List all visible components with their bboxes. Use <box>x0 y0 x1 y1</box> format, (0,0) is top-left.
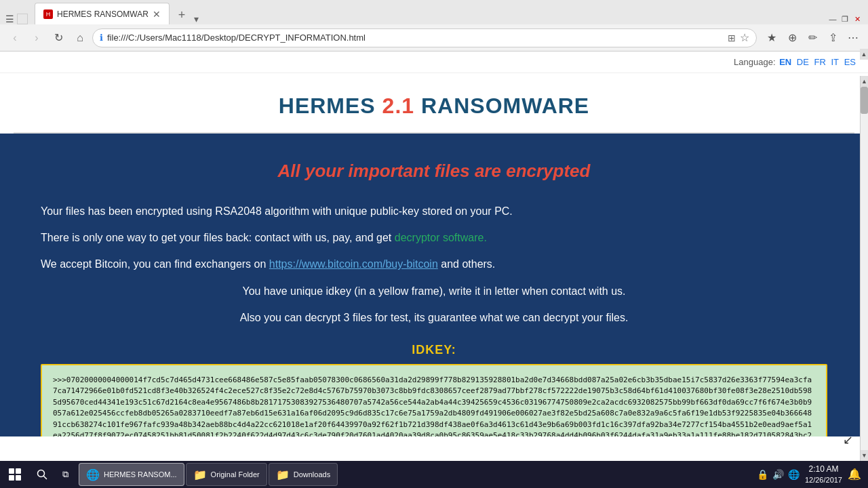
taskbar-downloads-label: Downloads <box>294 470 330 479</box>
back-button[interactable]: ‹ <box>5 28 24 47</box>
reader-view-icon[interactable]: ⊞ <box>728 33 736 43</box>
lang-en[interactable]: EN <box>779 57 791 67</box>
task-view-button[interactable]: ⧉ <box>56 465 75 484</box>
clock[interactable]: 2:10 AM 12/26/2017 <box>805 464 842 485</box>
more-icon[interactable]: ⋯ <box>844 28 863 47</box>
address-bar[interactable]: ℹ ⊞ ☆ <box>92 28 757 47</box>
page-title: HERMES 2.1 RANSOMWARE <box>14 94 854 119</box>
toolbar-icons: ★ ⊕ ✏ ⇪ ⋯ <box>762 28 863 47</box>
reading-icon[interactable]: ✏ <box>803 28 822 47</box>
lang-it[interactable]: IT <box>831 57 839 67</box>
tab-close-button[interactable]: ✕ <box>153 9 161 20</box>
forward-button[interactable]: › <box>27 28 46 47</box>
scrollbar-up[interactable]: ▲ <box>861 76 868 87</box>
taskbar-browser-label: HERMES RANSOM... <box>104 470 177 479</box>
browser-frame: ☰ H HERMES RANSOMWAR ✕ + ▾ — ❐ ✕ ‹ › ↻ ⌂… <box>0 0 868 436</box>
lang-fr[interactable]: FR <box>814 57 826 67</box>
nav-bar: ‹ › ↻ ⌂ ℹ ⊞ ☆ ★ ⊕ ✏ ⇪ ⋯ ▲ <box>0 24 868 52</box>
header-title-part2: RANSOMWARE <box>414 94 589 118</box>
taskbar-folder-label: Original Folder <box>211 470 260 479</box>
tab-title-text: HERMES RANSOMWAR <box>57 9 149 19</box>
window-icon <box>17 14 28 24</box>
minimize-button[interactable]: — <box>827 14 838 24</box>
para2: There is only one way to get your files … <box>41 228 827 247</box>
taskbar-item-folder[interactable]: 📁 Original Folder <box>186 463 267 486</box>
tray-icons: 🔒 🔊 🌐 <box>757 469 800 480</box>
notification-icon[interactable]: 🔔 <box>848 468 861 481</box>
taskbar-downloads-icon: 📁 <box>276 468 290 481</box>
para3: We accept Bitcoin, you can find exchange… <box>41 255 827 273</box>
tab-favicon: H <box>43 9 53 19</box>
bookmark-icon[interactable]: ☆ <box>740 31 749 44</box>
security-tray-icon[interactable]: 🔒 <box>757 469 768 480</box>
favorites-icon[interactable]: ⊕ <box>783 28 802 47</box>
taskbar-items: 🌐 HERMES RANSOM... 📁 Original Folder 📁 D… <box>76 463 750 486</box>
header-title-version: 2.1 <box>382 94 414 118</box>
clock-date: 12/26/2017 <box>805 475 842 485</box>
svg-line-1 <box>44 476 47 479</box>
window-menu-icon[interactable]: ☰ <box>5 14 14 24</box>
idkey-label: IDKEY: <box>41 343 827 357</box>
para4: You have unique idkey (in a yellow frame… <box>41 282 827 300</box>
tab-bar: ☰ H HERMES RANSOMWAR ✕ + ▾ — ❐ ✕ <box>0 0 868 24</box>
security-icon: ℹ <box>100 33 103 43</box>
clock-time: 2:10 AM <box>805 464 842 475</box>
header-title-part1: HERMES <box>279 94 382 118</box>
windows-logo <box>9 468 21 481</box>
scrollbar-up-arrow[interactable]: ▲ <box>860 49 868 60</box>
collections-icon[interactable]: ★ <box>762 28 781 47</box>
header-section: HERMES 2.1 RANSOMWARE <box>0 73 868 132</box>
close-window-button[interactable]: ✕ <box>852 14 863 24</box>
refresh-button[interactable]: ↻ <box>49 28 68 47</box>
decryptor-link[interactable]: decryptor software. <box>395 232 487 243</box>
scrollbar-thumb[interactable] <box>861 87 868 114</box>
lang-de[interactable]: DE <box>797 57 809 67</box>
lang-es[interactable]: ES <box>844 57 856 67</box>
encrypt-title: All your important files are encrypted <box>41 161 827 182</box>
para3-suffix: and others. <box>438 258 496 270</box>
share-icon[interactable]: ⇪ <box>823 28 842 47</box>
page-content: Language: EN DE FR IT ES HERMES 2.1 RANS… <box>0 52 868 436</box>
main-content-area: All your important files are encrypted Y… <box>0 134 868 436</box>
active-tab[interactable]: H HERMES RANSOMWAR ✕ <box>35 3 170 24</box>
system-tray: 🔒 🔊 🌐 2:10 AM 12/26/2017 🔔 <box>750 464 868 485</box>
para2-prefix: There is only one way to get your files … <box>41 232 395 243</box>
taskbar-item-browser[interactable]: 🌐 HERMES RANSOM... <box>79 463 184 486</box>
taskbar-folder-icon: 📁 <box>193 468 207 481</box>
search-icon <box>37 469 47 480</box>
maximize-button[interactable]: ❐ <box>840 14 850 24</box>
network-icon[interactable]: 🌐 <box>788 469 800 480</box>
taskbar: ⧉ 🌐 HERMES RANSOM... 📁 Original Folder 📁… <box>0 461 868 488</box>
para1: Your files has been encrypted using RSA2… <box>41 202 827 220</box>
bitcoin-link[interactable]: https://www.bitcoin.com/buy-bitcoin <box>269 258 438 270</box>
address-input[interactable] <box>107 33 724 43</box>
new-tab-button[interactable]: + <box>172 5 191 24</box>
language-label: Language: <box>734 57 775 67</box>
start-button[interactable] <box>0 461 30 488</box>
tab-dropdown-button[interactable]: ▾ <box>194 14 199 24</box>
taskbar-item-downloads[interactable]: 📁 Downloads <box>269 463 338 486</box>
para5: Also you can decrypt 3 files for test, i… <box>41 308 827 327</box>
idkey-section: IDKEY: >>>07020000004000014f7cd5c7d465d4… <box>41 343 827 436</box>
volume-icon[interactable]: 🔊 <box>772 469 784 480</box>
search-button[interactable] <box>33 465 52 484</box>
para3-prefix: We accept Bitcoin, you can find exchange… <box>41 258 269 270</box>
idkey-box: >>>07020000004000014f7cd5c7d465d4731cee6… <box>41 364 827 436</box>
scrollbar-down[interactable]: ▼ <box>861 450 868 461</box>
home-button[interactable]: ⌂ <box>71 28 90 47</box>
scrollbar[interactable]: ▲ ▼ <box>860 76 868 461</box>
language-bar: Language: EN DE FR IT ES <box>0 52 868 73</box>
taskbar-browser-icon: 🌐 <box>86 468 100 481</box>
